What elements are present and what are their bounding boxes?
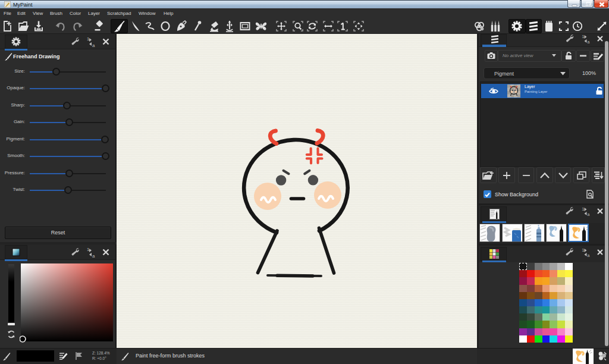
svg-text:a: a (92, 43, 95, 48)
svg-text:a: a (588, 253, 590, 257)
svg-text:1: 1 (582, 34, 585, 39)
svg-text:a: a (92, 253, 95, 259)
svg-text:a: a (588, 40, 590, 44)
svg-text:1: 1 (582, 207, 585, 211)
svg-text:a: a (588, 212, 590, 216)
svg-text:1: 1 (582, 248, 585, 252)
